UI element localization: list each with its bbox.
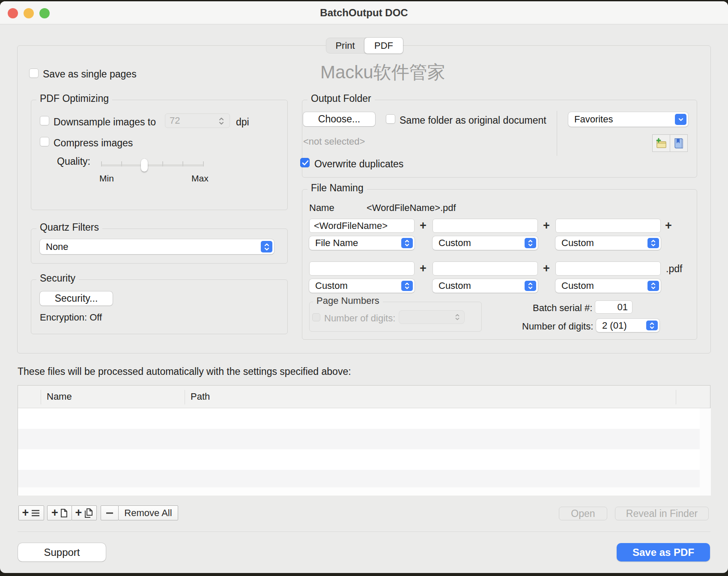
print-pdf-segmented-control: Print PDF <box>326 38 403 53</box>
table-rows-area[interactable] <box>18 408 700 487</box>
column-separator <box>185 390 185 404</box>
column-header-name[interactable]: Name <box>47 391 72 402</box>
number-of-digits-popup[interactable]: 2 (01) <box>596 319 659 332</box>
reveal-in-finder-button[interactable]: Reveal in Finder <box>615 507 709 520</box>
output-folder-title: Output Folder <box>307 93 375 104</box>
page-digits-label: Number of digits: <box>324 313 395 324</box>
page-numbers-title: Page Numbers <box>313 295 383 306</box>
naming-field-2[interactable] <box>433 219 538 233</box>
compress-checkbox[interactable] <box>40 137 49 146</box>
stepper-arrows-icon <box>218 116 224 128</box>
favorites-pulldown[interactable]: Favorites <box>568 112 688 127</box>
same-folder-label: Same folder as original document <box>400 115 546 126</box>
popup-arrows-icon <box>647 238 659 248</box>
tab-pdf[interactable]: PDF <box>364 38 403 53</box>
support-button[interactable]: Support <box>18 543 106 561</box>
naming-field-5[interactable] <box>433 261 538 276</box>
popup-arrows-icon <box>647 281 659 291</box>
popup-arrows-icon <box>525 281 536 291</box>
compress-label: Compress images <box>54 137 133 149</box>
files-table: Name Path <box>18 385 710 496</box>
naming-field-1[interactable]: <WordFileName> <box>309 219 415 233</box>
naming-popup-5[interactable]: Custom <box>433 279 538 293</box>
naming-popup-3[interactable]: Custom <box>555 236 661 250</box>
table-header: Name Path <box>18 386 710 408</box>
save-single-pages-label: Save as single pages <box>43 68 137 80</box>
plus-separator: + <box>543 262 550 275</box>
dpi-unit-label: dpi <box>236 116 249 128</box>
remove-selected-button[interactable] <box>101 505 119 520</box>
slider-min-label: Min <box>99 173 114 184</box>
remove-all-button[interactable]: Remove All <box>118 505 178 520</box>
save-single-pages-checkbox[interactable] <box>29 68 39 78</box>
naming-field-4[interactable] <box>309 261 415 276</box>
documents-icon <box>84 508 93 518</box>
plus-separator: + <box>420 262 427 275</box>
title-bar: BatchOutput DOC <box>0 1 728 24</box>
popup-arrows-icon <box>525 238 536 248</box>
save-as-pdf-button[interactable]: Save as PDF <box>617 543 710 561</box>
checkmark-icon <box>302 160 309 166</box>
table-scrollbar-track[interactable] <box>700 408 711 496</box>
pdf-optimizing-title: PDF Optimizing <box>36 93 112 104</box>
downsample-label: Downsample images to <box>54 116 156 128</box>
table-empty-bottom <box>18 487 700 496</box>
plus-separator: + <box>543 219 550 232</box>
name-preview-value: <WordFileName>.pdf <box>367 202 456 214</box>
slider-thumb[interactable] <box>141 159 148 172</box>
footer-divider <box>18 531 710 532</box>
dpi-value: 72 <box>170 115 180 126</box>
screenshot-root: BatchOutput DOC Print PDF Macku软件管家 Save… <box>0 0 728 576</box>
popup-arrows-icon <box>261 241 272 252</box>
overwrite-duplicates-checkbox[interactable] <box>300 158 310 167</box>
encryption-status: Encryption: Off <box>40 312 102 323</box>
choose-folder-button[interactable]: Choose... <box>303 112 375 126</box>
naming-popup-3-value: Custom <box>561 238 594 249</box>
quartz-filter-value: None <box>46 241 69 252</box>
batch-serial-field[interactable]: 01 <box>595 300 633 314</box>
quality-slider[interactable] <box>101 161 204 172</box>
quartz-filters-title: Quartz Filters <box>36 222 102 233</box>
downsample-checkbox[interactable] <box>40 116 49 125</box>
favorites-value: Favorites <box>574 114 613 125</box>
quality-label: Quality: <box>57 156 90 167</box>
window-title: BatchOutput DOC <box>0 7 728 19</box>
add-files-button[interactable]: + <box>72 505 97 520</box>
slider-tick <box>182 161 183 166</box>
slider-tick <box>203 161 204 166</box>
dpi-stepper[interactable]: 72 <box>165 113 230 128</box>
open-button[interactable]: Open <box>559 507 607 520</box>
naming-popup-1-value: File Name <box>315 238 358 249</box>
add-file-button[interactable]: + <box>47 505 72 520</box>
column-header-path[interactable]: Path <box>191 391 210 402</box>
plus-icon: + <box>75 506 82 520</box>
same-folder-checkbox[interactable] <box>386 114 395 124</box>
number-of-digits-label: Number of digits: <box>522 321 593 332</box>
document-icon <box>60 508 68 518</box>
naming-popup-4[interactable]: Custom <box>309 279 415 293</box>
batch-serial-label: Batch serial #: <box>533 303 592 314</box>
add-from-list-button[interactable]: + <box>18 505 44 520</box>
naming-popup-1[interactable]: File Name <box>309 236 415 250</box>
app-window: BatchOutput DOC Print PDF Macku软件管家 Save… <box>0 1 728 573</box>
security-button[interactable]: Security... <box>40 291 113 306</box>
add-file-button-group: + + <box>47 505 97 520</box>
page-digits-checkbox[interactable] <box>312 313 320 321</box>
tab-print[interactable]: Print <box>326 38 364 53</box>
slider-max-label: Max <box>191 173 209 184</box>
slider-tick <box>101 161 102 166</box>
naming-field-1-value: <WordFileName> <box>314 220 388 232</box>
output-folder-divider <box>557 111 557 156</box>
naming-popup-4-value: Custom <box>315 280 348 291</box>
naming-popup-6[interactable]: Custom <box>555 279 661 293</box>
page-digits-popup[interactable] <box>399 311 464 324</box>
naming-field-3[interactable] <box>555 219 661 233</box>
plus-separator: + <box>665 219 672 232</box>
quartz-filter-popup[interactable]: None <box>40 239 274 254</box>
add-favorite-folder-button[interactable] <box>652 134 670 152</box>
slider-tick <box>121 161 122 166</box>
overwrite-duplicates-label: Overwrite duplicates <box>314 158 403 170</box>
favorites-book-button[interactable] <box>670 134 688 152</box>
naming-popup-2[interactable]: Custom <box>433 236 538 250</box>
naming-field-6[interactable] <box>555 261 661 276</box>
